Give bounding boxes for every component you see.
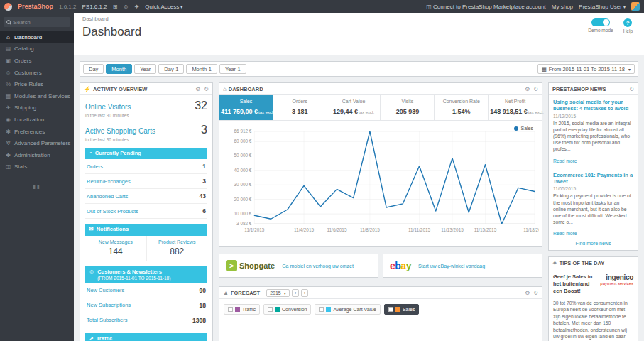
svg-text:30 000 €: 30 000 € xyxy=(234,182,252,187)
notifications-header: ✉ Notifications xyxy=(85,224,207,235)
kpi-sales[interactable]: Sales 411 759,00 €tax excl. xyxy=(219,95,273,120)
svg-text:11/1/2015: 11/1/2015 xyxy=(244,227,264,232)
forecast-prev-button[interactable]: ‹ xyxy=(292,289,299,297)
home-icon: ⌂ xyxy=(5,34,11,40)
find-more-news-link[interactable]: Find more news xyxy=(553,239,633,248)
refresh-icon[interactable]: ↻ xyxy=(533,86,538,92)
customers-icon: ☺ xyxy=(5,70,11,76)
modules-icon: ▦ xyxy=(5,93,11,99)
marketplace-link[interactable]: ◫ Connect to PrestaShop Marketplace acco… xyxy=(426,4,546,10)
tools-icon: ✲ xyxy=(5,140,11,146)
sidebar-item-administration[interactable]: ✚Administration xyxy=(0,149,74,161)
sidebar-collapse-button[interactable]: ▮▮ xyxy=(0,184,74,190)
sidebar-item-advanced-parameters[interactable]: ✲Advanced Parameters xyxy=(0,137,74,149)
send-icon[interactable]: ✈ xyxy=(135,4,140,10)
color-swatch xyxy=(326,307,331,312)
shopgate-promo-link[interactable]: Ga mobiel en verhoog uw omzet xyxy=(282,264,354,269)
tips-body-text: 30 tot 70% van de consumenten in Europa … xyxy=(553,300,633,341)
forecast-legend-sales[interactable]: Sales xyxy=(384,304,420,315)
sidebar-item-stats[interactable]: ◫Stats xyxy=(0,161,74,173)
tips-of-the-day-panel: ✦ TIPS OF THE DAY Geef je Sales in het b… xyxy=(548,256,638,341)
chart-legend-sales[interactable]: Sales xyxy=(514,126,533,131)
checkbox-icon xyxy=(268,307,273,312)
demo-mode-toggle[interactable] xyxy=(591,18,610,26)
search-input[interactable] xyxy=(13,19,65,26)
sidebar-item-customers[interactable]: ☺Customers xyxy=(0,67,74,79)
filter-year-button[interactable]: Year xyxy=(134,64,156,74)
filter-day-1-button[interactable]: Day-1 xyxy=(158,64,184,74)
new-customers-link[interactable]: New Customers xyxy=(87,287,124,293)
ebay-promo-link[interactable]: Start uw eBay-winkel vandaag xyxy=(418,264,485,269)
sidebar-item-dashboard[interactable]: ⌂Dashboard xyxy=(0,31,74,43)
bell-icon: ✉ xyxy=(89,226,94,233)
forecast-legend-average-cart-value[interactable]: Average Cart Value xyxy=(315,304,380,315)
forecast-legend-traffic[interactable]: Traffic xyxy=(224,304,260,315)
refresh-icon[interactable]: ↻ xyxy=(533,290,538,296)
online-visitors-link[interactable]: Online Visitors xyxy=(85,103,131,111)
cart-icon[interactable]: ⊞ xyxy=(113,4,118,10)
kpi-net-profit[interactable]: Net Profit 148 918,51 €tax excl. xyxy=(489,95,542,120)
new-subscriptions-link[interactable]: New Subscriptions xyxy=(87,302,131,308)
quick-access-menu[interactable]: Quick Access▾ xyxy=(145,4,182,10)
kpi-orders[interactable]: Orders 3 181 xyxy=(273,95,327,120)
read-more-link[interactable]: Read more xyxy=(553,158,577,163)
sidebar-item-orders[interactable]: ▣Orders xyxy=(0,55,74,67)
sidebar-item-catalog[interactable]: ▤Catalog xyxy=(0,43,74,55)
sidebar-item-preferences[interactable]: ✱Preferences xyxy=(0,126,74,138)
read-more-link[interactable]: Read more xyxy=(553,231,577,236)
news-article-excerpt: Picking a payment provider is one of the… xyxy=(553,193,633,225)
forecast-year-select[interactable]: 2015▾ xyxy=(266,289,290,297)
active-carts-link[interactable]: Active Shopping Carts xyxy=(85,127,155,135)
kpi-visits[interactable]: Visits 205 939 xyxy=(381,95,435,120)
sidebar-item-modules-and-services[interactable]: ▦Modules and Services xyxy=(0,90,74,102)
news-panel-title: PRESTASHOP NEWS xyxy=(552,86,606,92)
activity-icon: ⚡ xyxy=(84,86,91,92)
refresh-icon[interactable]: ↻ xyxy=(629,86,634,92)
kpi-conversion-rate[interactable]: Conversion Rate 1.54% xyxy=(435,95,489,120)
admin-icon: ✚ xyxy=(5,152,11,158)
pending-row-orders: Orders 1 xyxy=(85,159,207,174)
new-customers-count: 90 xyxy=(200,287,206,294)
filter-month-1-button[interactable]: Month-1 xyxy=(186,64,217,74)
my-shop-link[interactable]: My shop xyxy=(552,4,573,10)
filter-day-button[interactable]: Day xyxy=(83,64,104,74)
news-article-title[interactable]: Using social media for your business: 4 … xyxy=(553,99,633,112)
gear-icon[interactable]: ⚙ xyxy=(525,290,530,296)
filter-year-1-button[interactable]: Year-1 xyxy=(219,64,246,74)
sidebar-item-shipping[interactable]: ✈Shipping xyxy=(0,102,74,114)
home-icon: ⌂ xyxy=(223,86,227,92)
help-icon[interactable]: ? xyxy=(623,18,632,27)
ingenico-logo: ingenico payment services xyxy=(600,274,633,295)
gear-icon[interactable]: ⚙ xyxy=(195,86,200,92)
chevron-down-icon: ▾ xyxy=(623,5,626,9)
sidebar-item-localization[interactable]: ◉Localization xyxy=(0,114,74,126)
customers-newsletters-header: ☺ Customers & Newsletters(FROM 2015-11-0… xyxy=(85,266,207,283)
forecast-panel-title: FORECAST xyxy=(231,290,260,296)
forecast-next-button[interactable]: › xyxy=(301,289,308,297)
refresh-icon[interactable]: ↻ xyxy=(204,86,209,92)
avatar[interactable] xyxy=(631,2,640,11)
product-reviews-link[interactable]: Product Reviews 882 xyxy=(146,236,208,261)
svg-text:11/13/2015: 11/13/2015 xyxy=(441,227,464,232)
abandoned-carts-link[interactable]: Abandoned Carts xyxy=(87,193,128,200)
new-messages-link[interactable]: New Messages 144 xyxy=(85,236,146,261)
user-menu[interactable]: PrestaShop User▾ xyxy=(579,4,626,10)
out-of-stock-count: 6 xyxy=(202,207,206,215)
out-of-stock-link[interactable]: Out of Stock Products xyxy=(87,208,138,215)
svg-text:50 000 €: 50 000 € xyxy=(234,153,252,158)
shop-name-link[interactable]: PS1.6.1.2 xyxy=(82,4,107,10)
date-range-label: From 2015-11-01 To 2015-11-18 xyxy=(549,66,625,72)
filter-month-button[interactable]: Month xyxy=(106,64,132,74)
kpi-cart-value[interactable]: Cart Value 129,44 €tax excl. xyxy=(327,95,381,120)
svg-text:3 082 €: 3 082 € xyxy=(236,221,252,226)
gear-icon[interactable]: ⚙ xyxy=(525,86,530,92)
news-article-title[interactable]: Ecommerce 101: Payments in a Tweet xyxy=(553,172,633,185)
total-subscribers-link[interactable]: Total Subscribers xyxy=(87,317,128,323)
color-swatch xyxy=(275,307,280,312)
customer-icon[interactable]: ☺ xyxy=(123,4,129,10)
returns-link[interactable]: Return/Exchanges xyxy=(87,178,131,185)
date-range-button[interactable]: ▦ From 2015-11-01 To 2015-11-18 ▾ xyxy=(537,64,635,74)
orders-link[interactable]: Orders xyxy=(87,163,103,170)
forecast-legend-conversion[interactable]: Conversion xyxy=(263,304,311,315)
sidebar-item-price-rules[interactable]: %Price Rules xyxy=(0,78,74,90)
